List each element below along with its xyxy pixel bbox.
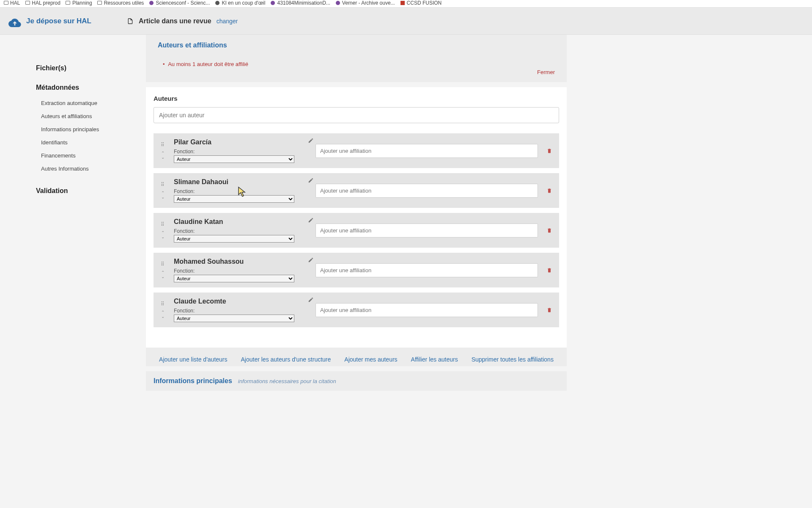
- arrow-down-icon[interactable]: ⌄: [161, 315, 165, 319]
- fonction-select[interactable]: Auteur: [174, 315, 294, 322]
- affiliation-input[interactable]: [315, 184, 538, 198]
- sidebar-item[interactable]: Extraction automatique: [41, 97, 146, 110]
- fonction-select[interactable]: Auteur: [174, 235, 294, 243]
- bookmark-item[interactable]: HAL preprod: [25, 0, 60, 6]
- sidebar-items-list: Extraction automatiqueAuteurs et affilia…: [36, 97, 146, 175]
- affiliation-input[interactable]: [315, 144, 538, 158]
- sidebar-title-fichiers[interactable]: Fichier(s): [36, 64, 146, 72]
- sidebar-section-metadonnees: Métadonnées Extraction automatiqueAuteur…: [36, 84, 146, 175]
- folder-icon: [25, 0, 30, 6]
- doc-type-label: Article dans une revue: [139, 17, 211, 25]
- affiliation-col: [310, 144, 543, 158]
- bookmark-label: HAL: [10, 0, 20, 6]
- bookmark-label: KI en un coup d'œil: [222, 0, 265, 6]
- fonction-select[interactable]: Auteur: [174, 155, 294, 163]
- affiliation-input[interactable]: [315, 224, 538, 237]
- delete-author-button[interactable]: [543, 188, 556, 193]
- bookmark-item[interactable]: 431084MinimisationD...: [270, 0, 330, 6]
- author-name: Slimane Dahaoui: [174, 178, 305, 186]
- document-icon: [127, 17, 134, 25]
- bookmarks-bar: HALHAL preprodPlanningRessources utilesS…: [0, 0, 812, 8]
- fonction-select[interactable]: Auteur: [174, 275, 294, 282]
- author-card: ⠿⌃⌄Pilar GarcíaFonction:Auteur: [154, 133, 559, 168]
- bookmark-item[interactable]: KI en un coup d'œil: [215, 0, 265, 6]
- edit-icon[interactable]: [308, 177, 314, 185]
- drag-handle-icon[interactable]: ⠿: [161, 142, 165, 148]
- delete-author-button[interactable]: [543, 307, 556, 313]
- author-name: Mohamed Souhassou: [174, 258, 305, 265]
- bookmark-label: Verner - Archive ouve...: [342, 0, 395, 6]
- arrow-down-icon[interactable]: ⌄: [161, 275, 165, 279]
- sidebar-section-validation: Validation: [36, 187, 146, 195]
- author-handles: ⠿⌃⌄: [157, 182, 169, 199]
- info-principales-header[interactable]: Informations principales informations né…: [146, 371, 567, 391]
- cloud-upload-icon: [8, 17, 21, 26]
- add-author-list-link[interactable]: Ajouter une liste d'auteurs: [159, 356, 227, 363]
- fonction-label: Fonction:: [174, 268, 305, 274]
- drag-handle-icon[interactable]: ⠿: [161, 261, 165, 267]
- purple-icon: [149, 0, 154, 6]
- arrow-down-icon[interactable]: ⌄: [161, 155, 165, 160]
- affiliation-col: [310, 224, 543, 237]
- arrow-down-icon[interactable]: ⌄: [161, 235, 165, 239]
- add-structure-authors-link[interactable]: Ajouter les auteurs d'une structure: [241, 356, 331, 363]
- affiliation-input[interactable]: [315, 263, 538, 277]
- bookmark-item[interactable]: Verner - Archive ouve...: [335, 0, 395, 6]
- dot-icon: [215, 0, 220, 6]
- sidebar-item[interactable]: Informations principales: [41, 123, 146, 136]
- delete-all-affiliations-link[interactable]: Supprimer toutes les affiliations: [472, 356, 554, 363]
- sidebar-item[interactable]: Identifiants: [41, 136, 146, 149]
- edit-icon[interactable]: [308, 257, 314, 264]
- sidebar-title-validation[interactable]: Validation: [36, 187, 146, 195]
- drag-handle-icon[interactable]: ⠿: [161, 301, 165, 307]
- add-my-authors-link[interactable]: Ajouter mes auteurs: [344, 356, 397, 363]
- edit-icon[interactable]: [308, 138, 314, 145]
- close-link[interactable]: Fermer: [153, 69, 560, 75]
- author-card: ⠿⌃⌄Claude LecomteFonction:Auteur: [154, 293, 559, 327]
- edit-icon[interactable]: [308, 297, 314, 304]
- bookmark-item[interactable]: Ressources utiles: [97, 0, 144, 6]
- author-name: Pilar García: [174, 138, 305, 146]
- authors-section: Auteurs ⠿⌃⌄Pilar GarcíaFonction:Auteur⠿⌃…: [146, 87, 567, 348]
- folder-icon: [3, 0, 8, 6]
- delete-author-button[interactable]: [543, 227, 556, 233]
- fonction-label: Fonction:: [174, 228, 305, 234]
- sidebar-item[interactable]: Autres Informations: [41, 162, 146, 175]
- red-icon: [400, 0, 405, 6]
- change-doctype-link[interactable]: changer: [217, 18, 238, 25]
- folder-icon: [97, 0, 102, 6]
- add-author-input[interactable]: [154, 107, 559, 123]
- info-principales-subtitle: informations nécessaires pour la citatio…: [238, 378, 336, 384]
- bookmark-item[interactable]: HAL: [3, 0, 20, 6]
- panel-title-affiliations[interactable]: Auteurs et affiliations: [153, 38, 560, 52]
- affiliation-input[interactable]: [315, 303, 538, 317]
- author-card: ⠿⌃⌄Mohamed SouhassouFonction:Auteur: [154, 253, 559, 287]
- author-main: Slimane DahaouiFonction:Auteur: [169, 178, 310, 203]
- arrow-down-icon[interactable]: ⌄: [161, 195, 165, 199]
- drag-handle-icon[interactable]: ⠿: [161, 182, 165, 188]
- author-handles: ⠿⌃⌄: [157, 301, 169, 319]
- page-title[interactable]: Je dépose sur HAL: [26, 17, 91, 25]
- author-handles: ⠿⌃⌄: [157, 221, 169, 239]
- info-principales-panel: Informations principales informations né…: [146, 371, 567, 391]
- fonction-label: Fonction:: [174, 149, 305, 155]
- doc-type-row: Article dans une revue changer: [127, 17, 238, 25]
- arrows-group: ⌃⌄: [161, 271, 165, 279]
- bookmark-item[interactable]: CCSD FUSION: [400, 0, 442, 6]
- author-main: Claudine KatanFonction:Auteur: [169, 218, 310, 243]
- bookmark-item[interactable]: Planning: [66, 0, 92, 6]
- sidebar-item[interactable]: Auteurs et affiliations: [41, 110, 146, 123]
- affiliate-authors-link[interactable]: Affilier les auteurs: [411, 356, 458, 363]
- author-handles: ⠿⌃⌄: [157, 261, 169, 279]
- edit-icon[interactable]: [308, 217, 314, 224]
- delete-author-button[interactable]: [543, 148, 556, 154]
- fonction-select[interactable]: Auteur: [174, 195, 294, 203]
- sidebar-item[interactable]: Financements: [41, 149, 146, 162]
- delete-author-button[interactable]: [543, 267, 556, 273]
- author-card: ⠿⌃⌄Slimane DahaouiFonction:Auteur: [154, 173, 559, 208]
- author-actions-row: Ajouter une liste d'auteurs Ajouter les …: [146, 348, 567, 366]
- bookmark-item[interactable]: Sciencesconf - Scienc...: [149, 0, 210, 6]
- sidebar-title-metadonnees[interactable]: Métadonnées: [36, 84, 146, 91]
- drag-handle-icon[interactable]: ⠿: [161, 221, 165, 227]
- fonction-label: Fonction:: [174, 308, 305, 314]
